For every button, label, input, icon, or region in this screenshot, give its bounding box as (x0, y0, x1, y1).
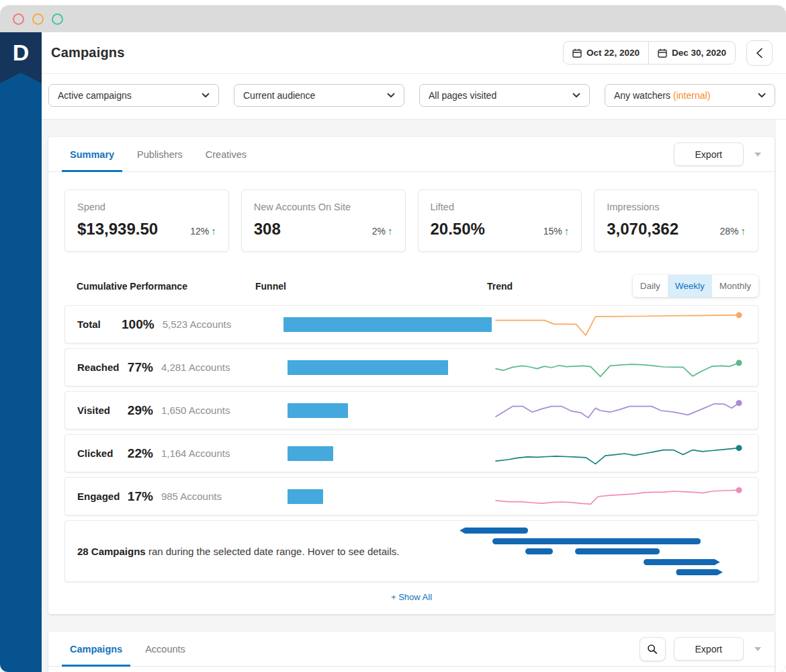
window-maximize-icon[interactable] (52, 13, 63, 25)
campaign-bar[interactable] (492, 538, 701, 544)
funnel-bar (283, 317, 492, 332)
caret-down-icon (754, 153, 761, 157)
logo-letter: D (13, 40, 30, 66)
metric-impressions[interactable]: Impressions 3,070,362 28%↑ (594, 190, 758, 252)
metric-label: Impressions (607, 202, 746, 212)
internal-suffix: (internal) (673, 90, 710, 101)
table-row-clicked[interactable]: Clicked 22% 1,164 Accounts (64, 434, 758, 472)
window-minimize-icon[interactable] (32, 13, 44, 25)
campaign-bar[interactable] (575, 548, 660, 554)
tab-accounts[interactable]: Accounts (141, 632, 189, 666)
row-percent: 77% (124, 360, 153, 375)
tab-publishers[interactable]: Publishers (133, 137, 187, 171)
toggle-daily[interactable]: Daily (633, 275, 668, 297)
end-date-label: Dec 30, 2020 (672, 48, 726, 58)
filter-label: All pages visited (429, 90, 496, 101)
column-cumulative-performance: Cumulative Performance (77, 281, 255, 292)
row-label: Visited (77, 405, 124, 416)
chevron-down-icon (572, 93, 580, 98)
row-accounts: 1,164 Accounts (153, 448, 288, 459)
metric-lifted[interactable]: Lifted 20.50% 15%↑ (418, 190, 582, 252)
funnel-bar (288, 489, 323, 504)
show-all-link[interactable]: + Show All (48, 582, 775, 614)
export-menu-button[interactable] (752, 150, 764, 159)
metric-value: 308 (254, 220, 281, 239)
table-row-visited[interactable]: Visited 29% 1,650 Accounts (64, 391, 758, 429)
filter-label: Active campaigns (58, 90, 132, 101)
summary-tabbar: Summary Publishers Creatives Export (48, 137, 775, 172)
chevron-down-icon (758, 93, 766, 98)
column-funnel: Funnel (255, 281, 487, 292)
end-date-button[interactable]: Dec 30, 2020 (648, 41, 736, 65)
export-button[interactable]: Export (674, 637, 744, 661)
filter-label: Current audience (243, 90, 315, 101)
calendar-icon (572, 48, 582, 58)
list-tabbar: Campaigns Accounts Export (48, 632, 775, 667)
audience-filter[interactable]: Current audience (234, 84, 404, 107)
campaign-status-filter[interactable]: Active campaigns (48, 84, 219, 107)
campaigns-list-card: Campaigns Accounts Export 28 Campaigns s… (48, 632, 775, 672)
pages-visited-filter[interactable]: All pages visited (419, 84, 590, 107)
metric-label: Spend (77, 202, 216, 212)
trend-up-icon: ↑ (388, 225, 393, 237)
campaign-bar[interactable] (525, 548, 553, 554)
table-row-total[interactable]: Total 100% 5,523 Accounts (64, 305, 758, 343)
row-accounts: 5,523 Accounts (155, 319, 283, 330)
campaign-bar[interactable] (644, 559, 720, 565)
row-percent: 100% (122, 317, 155, 332)
metric-delta: 15%↑ (543, 225, 570, 237)
search-icon (647, 644, 658, 655)
row-label: Engaged (77, 491, 124, 502)
row-percent: 22% (124, 446, 153, 461)
trend-up-icon: ↑ (564, 225, 570, 237)
metric-cards: Spend $13,939.50 12%↑ New Accounts On Si… (48, 172, 775, 259)
chevron-down-icon (202, 93, 210, 98)
row-percent: 17% (124, 489, 153, 504)
toggle-monthly[interactable]: Monthly (712, 275, 758, 297)
metric-delta: 28%↑ (719, 225, 746, 237)
tab-summary[interactable]: Summary (66, 137, 118, 171)
start-date-label: Oct 22, 2020 (586, 48, 640, 58)
trend-sparkline (492, 353, 748, 382)
calendar-icon (658, 48, 667, 58)
selection-count: 28 Campaigns selected (48, 667, 775, 672)
filter-label: Any watchers(internal) (614, 90, 710, 101)
campaigns-count: 28 Campaigns (77, 546, 146, 557)
sidebar (0, 32, 42, 672)
table-row-reached[interactable]: Reached 77% 4,281 Accounts (64, 348, 758, 386)
performance-header: Cumulative Performance Funnel Trend Dail… (48, 259, 775, 305)
metric-new-accounts[interactable]: New Accounts On Site 308 2%↑ (241, 190, 406, 252)
content-area: Summary Publishers Creatives Export Spen… (42, 120, 776, 672)
row-accounts: 4,281 Accounts (153, 362, 288, 373)
trend-up-icon: ↑ (741, 225, 746, 237)
collapse-panel-button[interactable] (746, 40, 773, 66)
row-accounts: 985 Accounts (153, 491, 288, 502)
toggle-weekly[interactable]: Weekly (668, 275, 712, 297)
row-label: Total (77, 319, 122, 330)
metric-spend[interactable]: Spend $13,939.50 12%↑ (64, 190, 229, 252)
tab-campaigns[interactable]: Campaigns (66, 632, 126, 666)
summary-card: Summary Publishers Creatives Export Spen… (48, 137, 775, 614)
tab-creatives[interactable]: Creatives (202, 137, 251, 171)
table-row-engaged[interactable]: Engaged 17% 985 Accounts (64, 477, 758, 515)
funnel-bar (288, 403, 348, 418)
export-menu-button[interactable] (752, 644, 764, 654)
campaign-bar[interactable] (460, 528, 528, 534)
window-close-icon[interactable] (13, 13, 24, 25)
campaigns-timeline-card[interactable]: 28 Campaigns ran during the selected dat… (64, 520, 758, 582)
caret-down-icon (754, 647, 761, 651)
column-trend: Trend (487, 281, 633, 292)
trend-sparkline (492, 439, 748, 468)
filter-bar: Active campaigns Current audience All pa… (42, 74, 786, 120)
search-button[interactable] (640, 637, 666, 661)
watchers-filter[interactable]: Any watchers(internal) (605, 84, 775, 107)
export-button[interactable]: Export (674, 142, 744, 166)
row-accounts: 1,650 Accounts (153, 405, 288, 416)
campaigns-note: 28 Campaigns ran during the selected dat… (77, 546, 399, 557)
start-date-button[interactable]: Oct 22, 2020 (563, 41, 649, 65)
metric-delta: 2%↑ (372, 225, 393, 237)
metric-label: Lifted (431, 202, 570, 212)
metric-value: 20.50% (431, 220, 485, 239)
app-window: D Campaigns Oct 22, 2020 Dec 30, 2020 (0, 5, 786, 672)
campaign-bar[interactable] (676, 569, 722, 575)
